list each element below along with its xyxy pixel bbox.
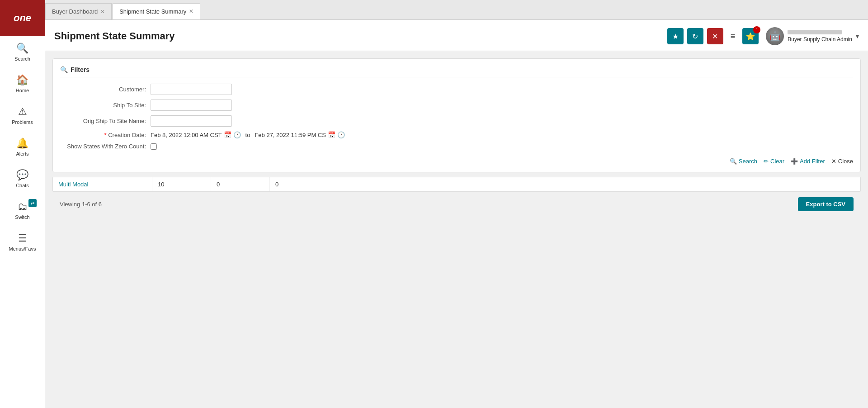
- menu-icon: ☰: [18, 232, 27, 244]
- close-filter-icon: ✕: [831, 158, 836, 165]
- show-states-checkbox[interactable]: [151, 143, 157, 150]
- chat-icon: 💬: [16, 169, 28, 181]
- orig-ship-label: Orig Ship To Site Name:: [60, 118, 151, 124]
- close-page-button[interactable]: ✕: [707, 28, 723, 44]
- clock-to-icon[interactable]: 🕐: [337, 131, 345, 138]
- filter-title-label: Filters: [71, 66, 90, 73]
- sidebar-item-label: Problems: [12, 119, 33, 125]
- filter-actions: 🔍 Search ✏ Clear ➕ Add Filter ✕ Close: [60, 154, 853, 165]
- star-icon: ★: [672, 32, 679, 41]
- sidebar-item-label: Alerts: [16, 151, 28, 157]
- sidebar-item-label: Home: [16, 88, 29, 93]
- search-icon: 🔍: [16, 43, 28, 54]
- logo[interactable]: one: [0, 0, 45, 36]
- refresh-icon: ↻: [692, 32, 698, 41]
- clear-link[interactable]: ✏ Clear: [764, 158, 784, 165]
- tab-buyer-dashboard[interactable]: Buyer Dashboard ✕: [45, 3, 112, 19]
- ship-to-site-input[interactable]: [151, 100, 232, 111]
- home-icon: 🏠: [16, 74, 28, 86]
- close-icon: ✕: [712, 32, 718, 41]
- notification-area[interactable]: ⭐ 1: [742, 28, 759, 44]
- sidebar-item-switch[interactable]: 🗂 ⇄ Switch: [0, 195, 45, 226]
- date-field: Feb 8, 2022 12:00 AM CST 📅 🕐 to Feb 27, …: [151, 131, 345, 138]
- calendar-to-icon[interactable]: 📅: [328, 131, 335, 138]
- filter-row-show-states: Show States With Zero Count:: [60, 143, 853, 150]
- user-info: Buyer Supply Chain Admin: [788, 30, 852, 43]
- user-role: Buyer Supply Chain Admin: [788, 36, 852, 43]
- sidebar-item-alerts[interactable]: 🔔 Alerts: [0, 131, 45, 163]
- results-table: Multi Modal 10 0 0: [52, 177, 861, 192]
- filter-row-orig-ship: Orig Ship To Site Name:: [60, 115, 853, 127]
- ship-to-site-label: Ship To Site:: [60, 102, 151, 109]
- clear-link-label: Clear: [770, 158, 784, 165]
- orig-ship-input[interactable]: [151, 115, 232, 127]
- sidebar-item-search[interactable]: 🔍 Search: [0, 36, 45, 68]
- warning-icon: ⚠: [18, 106, 27, 118]
- avatar: 🤖: [766, 27, 784, 45]
- page-header: Shipment State Summary ★ ↻ ✕ ≡ ⭐ 1 🤖: [45, 20, 868, 51]
- cell-col1: 10: [152, 177, 211, 191]
- show-states-label: Show States With Zero Count:: [60, 143, 151, 150]
- tab-shipment-state-summary[interactable]: Shipment State Summary ✕: [113, 3, 200, 19]
- avatar-image: 🤖: [766, 27, 784, 45]
- search-action-icon: 🔍: [730, 158, 737, 165]
- clear-icon: ✏: [764, 158, 769, 165]
- filter-row-customer: Customer:: [60, 84, 853, 95]
- tab-label: Buyer Dashboard: [52, 8, 98, 15]
- page-title: Shipment State Summary: [54, 30, 175, 42]
- close-filter-label: Close: [838, 158, 853, 165]
- filter-row-creation-date: Creation Date: Feb 8, 2022 12:00 AM CST …: [60, 131, 853, 138]
- creation-date-label: Creation Date:: [60, 132, 151, 138]
- tab-label: Shipment State Summary: [119, 8, 186, 15]
- search-link[interactable]: 🔍 Search: [730, 158, 757, 165]
- table-row: Multi Modal 10 0 0: [53, 177, 860, 191]
- user-name-blurred: [788, 30, 842, 34]
- header-actions: ★ ↻ ✕ ≡ ⭐ 1 🤖 Buyer Supply Chai: [667, 27, 859, 45]
- sidebar-item-menus[interactable]: ☰ Menus/Favs: [0, 226, 45, 258]
- bell-icon: 🔔: [16, 138, 28, 149]
- notification-count: 1: [753, 26, 760, 33]
- sidebar-item-problems[interactable]: ⚠ Problems: [0, 100, 45, 131]
- sidebar-item-chats[interactable]: 💬 Chats: [0, 163, 45, 195]
- add-icon: ➕: [791, 158, 798, 165]
- tabs-bar: Buyer Dashboard ✕ Shipment State Summary…: [45, 0, 868, 20]
- hamburger-icon: ≡: [731, 32, 736, 41]
- sidebar-item-label: Switch: [15, 214, 29, 220]
- menu-button[interactable]: ≡: [727, 30, 739, 43]
- date-from-text: Feb 8, 2022 12:00 AM CST: [151, 132, 222, 138]
- filter-panel: 🔍 Filters Customer: Ship To Site: Orig S…: [52, 58, 861, 172]
- sidebar-item-label: Chats: [16, 183, 29, 188]
- user-area: 🤖 Buyer Supply Chain Admin ▾: [766, 27, 859, 45]
- sidebar-item-label: Menus/Favs: [9, 246, 36, 251]
- sidebar-item-home[interactable]: 🏠 Home: [0, 68, 45, 100]
- sidebar: one 🔍 Search 🏠 Home ⚠ Problems 🔔 Alerts …: [0, 0, 45, 408]
- close-filter-link[interactable]: ✕ Close: [831, 158, 853, 165]
- switch-icon: 🗂: [18, 201, 28, 213]
- logo-text: one: [14, 12, 31, 24]
- content-area: 🔍 Filters Customer: Ship To Site: Orig S…: [45, 51, 868, 408]
- filter-title: 🔍 Filters: [60, 66, 853, 77]
- customer-label: Customer:: [60, 86, 151, 93]
- favorite-button[interactable]: ★: [667, 28, 684, 44]
- cell-name[interactable]: Multi Modal: [53, 177, 152, 191]
- refresh-button[interactable]: ↻: [687, 28, 703, 44]
- tab-close-icon[interactable]: ✕: [100, 9, 105, 14]
- cell-col3: 0: [270, 177, 329, 191]
- switch-badge: ⇄: [28, 199, 37, 207]
- add-filter-link[interactable]: ➕ Add Filter: [791, 158, 825, 165]
- cell-col2: 0: [211, 177, 270, 191]
- customer-input[interactable]: [151, 84, 232, 95]
- filter-search-icon: 🔍: [60, 66, 68, 73]
- footer-bar: Viewing 1-6 of 6 Export to CSV: [52, 192, 861, 217]
- export-csv-button[interactable]: Export to CSV: [798, 197, 854, 211]
- search-link-label: Search: [739, 158, 757, 165]
- tab-close-icon[interactable]: ✕: [189, 9, 193, 14]
- user-dropdown-button[interactable]: ▾: [856, 33, 859, 40]
- main-content: Buyer Dashboard ✕ Shipment State Summary…: [45, 0, 868, 408]
- sidebar-item-label: Search: [14, 56, 30, 62]
- date-to-text: Feb 27, 2022 11:59 PM CS: [255, 132, 326, 138]
- clock-from-icon[interactable]: 🕐: [233, 131, 241, 138]
- to-label: to: [245, 132, 250, 138]
- calendar-from-icon[interactable]: 📅: [224, 131, 231, 138]
- viewing-text: Viewing 1-6 of 6: [60, 201, 102, 208]
